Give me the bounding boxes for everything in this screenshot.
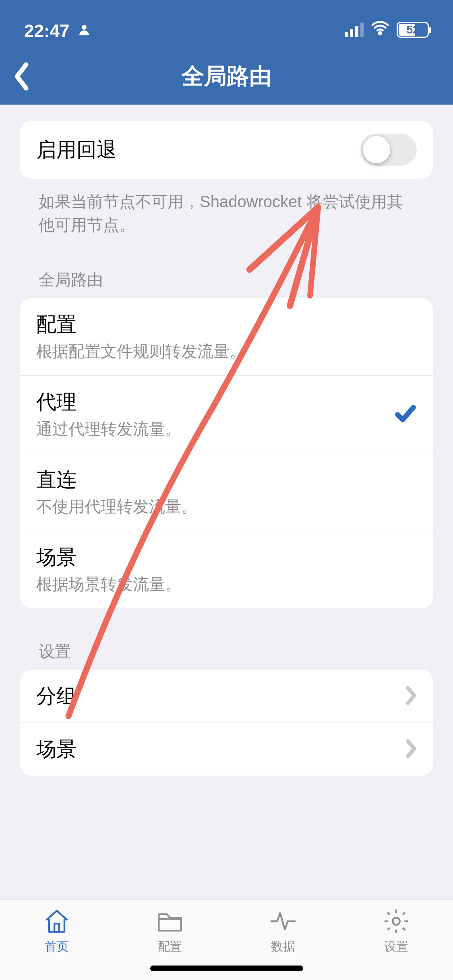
- tab-label: 数据: [271, 939, 295, 955]
- fallback-note: 如果当前节点不可用，Shadowrocket 将尝试使用其他可用节点。: [20, 179, 433, 237]
- tab-home[interactable]: 首页: [0, 907, 113, 980]
- person-icon: [77, 21, 91, 41]
- nav-title: 全局路由: [182, 61, 272, 92]
- routing-header: 全局路由: [20, 237, 433, 298]
- battery-icon: 52: [397, 22, 429, 38]
- wifi-icon: [371, 19, 389, 41]
- fallback-group: 启用回退: [20, 121, 433, 179]
- nav-bar: 全局路由: [0, 48, 453, 105]
- tab-settings[interactable]: 设置: [340, 907, 453, 980]
- battery-percent: 52: [406, 23, 419, 36]
- tab-label: 配置: [158, 939, 182, 955]
- back-button[interactable]: [12, 62, 32, 92]
- signal-icon: [345, 23, 364, 37]
- svg-point-3: [393, 918, 400, 925]
- checkmark-icon: [394, 402, 417, 426]
- routing-row-direct[interactable]: 直连 不使用代理转发流量。: [20, 453, 433, 531]
- routing-row-config[interactable]: 配置 根据配置文件规则转发流量。: [20, 298, 433, 376]
- fallback-title: 启用回退: [36, 136, 117, 163]
- routing-item-title: 配置: [36, 311, 246, 338]
- status-bar: 22:47 52: [0, 0, 453, 48]
- home-icon: [43, 907, 71, 935]
- routing-item-sub: 通过代理转发流量。: [36, 418, 181, 440]
- routing-group: 配置 根据配置文件规则转发流量。 代理 通过代理转发流量。 直连 不使用代理转发…: [20, 298, 433, 608]
- svg-rect-2: [54, 924, 59, 932]
- routing-row-scene[interactable]: 场景 根据场景转发流量。: [20, 531, 433, 608]
- settings-header: 设置: [20, 608, 433, 670]
- routing-item-sub: 不使用代理转发流量。: [36, 496, 197, 518]
- activity-icon: [269, 907, 297, 935]
- svg-point-1: [379, 32, 381, 35]
- tab-label: 首页: [45, 939, 69, 955]
- routing-item-title: 直连: [36, 466, 197, 493]
- settings-item-title: 分组: [36, 683, 77, 710]
- settings-group: 分组 场景: [20, 670, 433, 776]
- folder-icon: [156, 907, 184, 935]
- settings-item-title: 场景: [36, 736, 77, 763]
- svg-point-0: [82, 25, 87, 30]
- routing-item-sub: 根据配置文件规则转发流量。: [36, 340, 246, 362]
- chevron-right-icon: [405, 739, 417, 760]
- status-right: 52: [345, 19, 429, 41]
- tab-label: 设置: [384, 939, 408, 955]
- routing-item-title: 场景: [36, 544, 181, 571]
- fallback-switch[interactable]: [360, 134, 417, 166]
- gear-icon: [382, 907, 410, 935]
- status-time: 22:47: [24, 21, 70, 41]
- routing-item-sub: 根据场景转发流量。: [36, 573, 181, 595]
- content: 启用回退 如果当前节点不可用，Shadowrocket 将尝试使用其他可用节点。…: [0, 105, 453, 776]
- settings-row-group[interactable]: 分组: [20, 670, 433, 723]
- status-left: 22:47: [24, 21, 91, 41]
- chevron-right-icon: [405, 686, 417, 707]
- settings-row-scene[interactable]: 场景: [20, 723, 433, 776]
- routing-item-title: 代理: [36, 389, 181, 416]
- routing-row-proxy[interactable]: 代理 通过代理转发流量。: [20, 376, 433, 453]
- fallback-row[interactable]: 启用回退: [20, 121, 433, 179]
- home-indicator[interactable]: [150, 966, 303, 971]
